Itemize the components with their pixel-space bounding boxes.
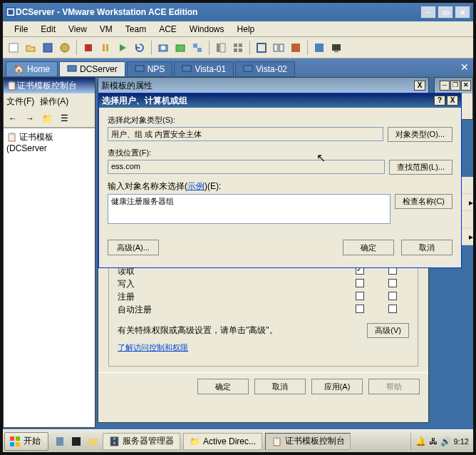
svg-point-10	[161, 46, 165, 50]
tb-revert-icon[interactable]	[172, 40, 188, 56]
object-type-field: 用户、组 或 内置安全主体	[108, 127, 383, 141]
allow-checkbox[interactable]	[356, 279, 364, 287]
svg-rect-7	[103, 44, 105, 51]
menu-view[interactable]: View	[63, 23, 93, 36]
tb-manage-icon[interactable]	[190, 40, 205, 56]
tb-pause-icon[interactable]	[98, 40, 113, 56]
tab-label: DCServer	[80, 64, 118, 74]
task-ad[interactable]: 📁Active Direc...	[183, 433, 262, 450]
menu-help[interactable]: Help	[232, 23, 261, 36]
close-button[interactable]: X	[447, 96, 458, 106]
mmc-icon: 📋	[6, 81, 17, 91]
minimize-button[interactable]: ─	[440, 81, 450, 91]
back-icon[interactable]: ←	[5, 111, 21, 126]
svg-rect-11	[176, 45, 185, 51]
apply-button[interactable]: 应用(A)	[311, 379, 363, 394]
allow-checkbox[interactable]	[356, 305, 364, 313]
help-button[interactable]: 帮助	[368, 379, 420, 394]
help-button[interactable]: ?	[434, 96, 445, 106]
properties-titlebar[interactable]: 新模板的属性 X	[98, 78, 428, 93]
tb-acl-icon[interactable]	[57, 40, 73, 56]
tb-play-icon[interactable]	[115, 40, 130, 56]
cancel-button[interactable]: 取消	[254, 379, 306, 394]
tab-nps[interactable]: NPS	[127, 61, 173, 77]
tb-new-icon[interactable]	[6, 40, 21, 56]
list-icon[interactable]: ☰	[56, 111, 72, 126]
tb-unity-icon[interactable]	[288, 40, 304, 56]
mmc-toolbar: ← → 📁 ☰	[4, 109, 95, 128]
tb-sidebar-icon[interactable]	[213, 40, 229, 56]
tb-save-icon[interactable]	[40, 40, 56, 56]
tray-volume-icon[interactable]: 🔊	[440, 436, 451, 446]
ql-explorer-icon[interactable]	[86, 434, 100, 449]
close-button[interactable]: ✕	[461, 81, 471, 91]
minimize-button[interactable]: ─	[420, 6, 436, 19]
tab-home[interactable]: 🏠 Home	[6, 61, 58, 77]
menu-windows[interactable]: Windows	[184, 23, 230, 36]
task-servermgr[interactable]: 🗄️服务器管理器	[103, 433, 180, 450]
tb-fullscreen-icon[interactable]	[254, 40, 269, 56]
ql-cmd-icon[interactable]	[69, 434, 83, 449]
mmc-menu-file[interactable]: 文件(F)	[6, 96, 34, 108]
allow-checkbox[interactable]	[356, 292, 364, 300]
ok-button[interactable]: 确定	[343, 240, 394, 255]
menu-ace[interactable]: ACE	[153, 23, 182, 36]
folder-icon[interactable]: 📁	[39, 111, 55, 126]
tb-snapshot-icon[interactable]	[155, 40, 171, 56]
locations-button[interactable]: 查找范围(L)...	[389, 160, 452, 175]
close-button[interactable]: ✕	[455, 6, 470, 19]
advanced-button[interactable]: 高级(V)	[367, 323, 409, 338]
tb-open-icon[interactable]	[23, 40, 38, 56]
tab-close-icon[interactable]: ✕	[460, 61, 469, 73]
restore-button[interactable]: ❐	[450, 81, 460, 91]
tab-vista02[interactable]: Vista-02	[235, 61, 295, 77]
tb-quickswitch-icon[interactable]	[271, 40, 286, 56]
mmc-menu-action[interactable]: 操作(A)	[40, 96, 68, 108]
menu-team[interactable]: Team	[120, 23, 152, 36]
mmc-tree[interactable]: 📋 证书模板 (DCServer	[4, 128, 95, 427]
tab-label: Vista-01	[195, 64, 226, 74]
select-titlebar[interactable]: 选择用户、计算机或组 ? X	[99, 93, 461, 108]
tb-reset-icon[interactable]	[132, 40, 148, 56]
tree-root[interactable]: 📋 证书模板 (DCServer	[6, 131, 92, 153]
examples-link[interactable]: 示例	[187, 181, 205, 191]
cancel-button[interactable]: 取消	[401, 240, 452, 255]
check-names-button[interactable]: 检查名称(C)	[395, 194, 452, 209]
tb-thumb-icon[interactable]	[230, 40, 246, 56]
tray-icon[interactable]: 🔔	[415, 436, 426, 446]
svg-rect-24	[315, 44, 324, 52]
fwd-icon[interactable]: →	[22, 111, 38, 126]
vmware-title: DCServer - VMware Workstation ACE Editio…	[16, 7, 420, 17]
close-button[interactable]: X	[414, 81, 425, 91]
deny-checkbox[interactable]	[388, 292, 397, 300]
task-certtmpl[interactable]: 📋证书模板控制台	[265, 433, 351, 450]
ok-button[interactable]: 确定	[197, 379, 249, 394]
svg-rect-19	[239, 48, 242, 52]
svg-rect-31	[10, 436, 14, 441]
deny-checkbox[interactable]	[388, 279, 397, 287]
monitor-icon	[243, 64, 253, 74]
deny-checkbox[interactable]	[388, 305, 397, 313]
svg-rect-32	[16, 436, 20, 441]
object-names-input[interactable]: 健康注册服务器组	[108, 194, 390, 224]
learn-link[interactable]: 了解访问控制和权限	[118, 342, 409, 353]
tb-summary-icon[interactable]	[311, 40, 327, 56]
monitor-icon	[67, 64, 77, 74]
svg-rect-17	[239, 44, 242, 47]
menu-edit[interactable]: Edit	[35, 23, 61, 36]
advanced-button[interactable]: 高级(A)...	[108, 240, 159, 255]
menu-file[interactable]: File	[9, 23, 33, 36]
ql-server-icon[interactable]	[53, 434, 67, 449]
tray-network-icon[interactable]: 🖧	[429, 436, 438, 446]
tab-vista01[interactable]: Vista-01	[174, 61, 234, 77]
tb-poweroff-icon[interactable]	[81, 40, 96, 56]
maximize-button[interactable]: ▭	[438, 6, 453, 19]
tab-dcserver[interactable]: DCServer	[59, 61, 125, 77]
menu-vm[interactable]: VM	[94, 23, 118, 36]
object-types-button[interactable]: 对象类型(O)...	[388, 127, 452, 142]
start-button[interactable]: 开始	[4, 432, 48, 451]
tb-console-icon[interactable]	[328, 40, 344, 56]
clock[interactable]: 9:12	[454, 437, 469, 446]
start-label: 开始	[24, 435, 41, 447]
mmc-window: 📋 证书模板控制台 文件(F) 操作(A) ← → 📁 ☰ 📋 证书模板 (DC…	[3, 77, 95, 428]
